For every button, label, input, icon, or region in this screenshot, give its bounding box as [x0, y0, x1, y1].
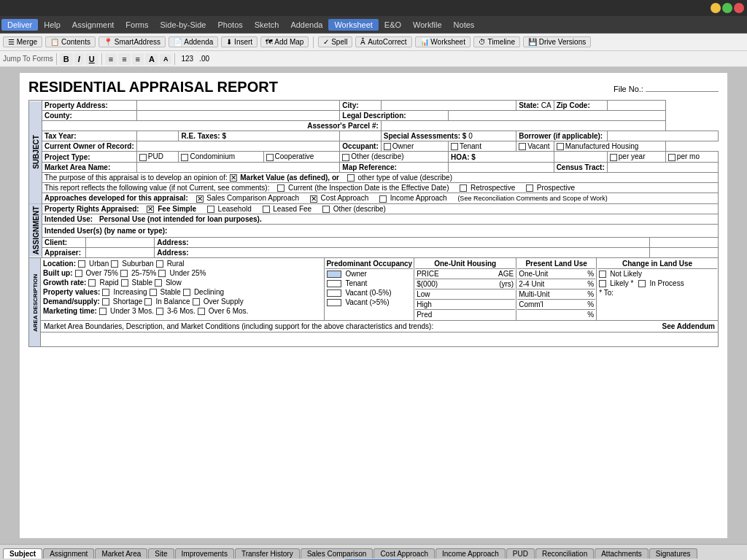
not-likely-cb[interactable]: Not Likely [597, 269, 717, 279]
in-balance-cb[interactable] [144, 298, 152, 306]
m3-6-cb[interactable] [156, 308, 163, 315]
income-cb[interactable] [379, 195, 387, 203]
two-four-row[interactable]: 2-4 Unit % [517, 279, 595, 289]
city-input[interactable] [381, 101, 516, 111]
slow-cb[interactable] [155, 279, 162, 287]
rural-cb[interactable] [156, 260, 163, 268]
menu-eo[interactable]: E&O [379, 19, 407, 31]
assessor-input[interactable] [381, 121, 665, 131]
worksheet-btn[interactable]: 📊 Worksheet [415, 36, 471, 47]
under3-cb[interactable] [99, 308, 107, 315]
tab-assignment[interactable]: Assignment [43, 548, 94, 559]
occupant-owner-cb[interactable]: Owner [381, 141, 448, 152]
fmt-italic[interactable]: I [74, 53, 84, 65]
leasehold-cb[interactable] [207, 206, 214, 213]
map-ref-input[interactable] [448, 162, 554, 172]
occupant-mfg-cb[interactable]: Manufactured Housing [554, 141, 665, 152]
coop-cb[interactable]: Cooperative [263, 152, 340, 162]
add-map-btn[interactable]: 🗺 Add Map [260, 36, 309, 47]
fmt-align-center[interactable]: ≡ [118, 53, 130, 65]
menu-forms[interactable]: Forms [120, 19, 154, 31]
increasing-cb[interactable] [102, 289, 109, 296]
high-row[interactable]: High [415, 300, 515, 310]
multi-unit-row[interactable]: Multi-Unit % [517, 289, 595, 300]
appraiser-input[interactable] [86, 248, 155, 258]
contents-btn[interactable]: 📋 Contents [45, 36, 96, 47]
other-describe-cb[interactable]: Other (describe) [340, 152, 449, 162]
tab-cost-approach[interactable]: Cost Approach [374, 548, 435, 559]
tab-transfer-history[interactable]: Transfer History [235, 548, 300, 559]
over-supply-cb[interactable] [193, 298, 200, 306]
fmt-align-left[interactable]: ≡ [105, 53, 117, 65]
address-input2[interactable] [649, 248, 718, 258]
fmt-align-right[interactable]: ≡ [132, 53, 144, 65]
comm-row[interactable]: Comm'l % [517, 300, 595, 310]
current-cb[interactable] [277, 184, 285, 192]
tab-improvements[interactable]: Improvements [175, 548, 234, 559]
file-no-input[interactable] [646, 83, 719, 92]
other-value-cb[interactable] [347, 174, 355, 182]
menu-workfile[interactable]: Workfile [407, 19, 448, 31]
merge-btn[interactable]: ☰ Merge [3, 36, 42, 47]
per-year-cb[interactable]: per year [607, 152, 665, 162]
menu-help[interactable]: Help [38, 19, 66, 31]
prosp-cb[interactable] [526, 184, 533, 192]
per-month-cb[interactable]: per mo [665, 152, 718, 162]
tax-year-input[interactable] [136, 131, 179, 141]
re-taxes-input[interactable] [340, 131, 381, 141]
decimal-btn[interactable]: .00 [198, 55, 211, 63]
client-input[interactable] [86, 238, 155, 248]
stable1-cb[interactable] [121, 279, 128, 287]
fee-simple-cb[interactable] [147, 206, 154, 213]
leased-fee-cb[interactable] [263, 206, 270, 213]
occ-vacant1[interactable]: Vacant (0-5%) [325, 288, 413, 298]
menu-deliver[interactable]: Deliver [1, 19, 38, 31]
address-input1[interactable] [649, 238, 718, 248]
occupant-tenant-cb[interactable]: Tenant [448, 141, 516, 152]
census-input[interactable] [607, 162, 718, 172]
urban-cb[interactable] [78, 260, 85, 268]
fmt-font-size-a[interactable]: A [145, 53, 158, 65]
tab-market-area[interactable]: Market Area [95, 548, 147, 559]
menu-worksheet[interactable]: Worksheet [328, 19, 378, 31]
maximize-btn[interactable] [722, 3, 732, 13]
close-btn[interactable] [734, 3, 744, 13]
menu-assignment[interactable]: Assignment [66, 19, 120, 31]
tab-site[interactable]: Site [148, 548, 174, 559]
pred-row[interactable]: Pred [415, 310, 515, 319]
retro-cb[interactable] [460, 184, 467, 192]
market-value-cb[interactable] [230, 174, 237, 182]
autocorrect-btn[interactable]: Ᾱ AutoCorrect [355, 36, 411, 47]
timeline-btn[interactable]: ⏱ Timeline [473, 36, 520, 47]
market-area-input[interactable] [136, 162, 340, 172]
pud-cb[interactable]: PUD [136, 152, 179, 162]
smart-address-btn[interactable]: 📍 SmartAddress [98, 36, 166, 47]
menu-addenda[interactable]: Addenda [285, 19, 328, 31]
other-desc2-cb[interactable] [322, 206, 330, 213]
prop-addr-input[interactable] [136, 101, 340, 111]
tab-reconciliation[interactable]: Reconciliation [535, 548, 594, 559]
over75-cb[interactable] [75, 270, 82, 277]
tab-income-approach[interactable]: Income Approach [436, 548, 506, 559]
one-unit-row[interactable]: One-Unit % [517, 269, 595, 279]
menu-sketch[interactable]: Sketch [249, 19, 285, 31]
jump-to-forms[interactable]: Jump To Forms [3, 55, 53, 63]
occ-owner[interactable]: Owner [325, 269, 413, 279]
low-row[interactable]: Low [415, 289, 515, 300]
pct-row[interactable]: % [517, 310, 595, 319]
tab-pud[interactable]: PUD [506, 548, 535, 559]
zip-input[interactable] [607, 101, 665, 111]
over6-cb[interactable] [198, 308, 205, 315]
menu-notes[interactable]: Notes [448, 19, 481, 31]
insert-btn[interactable]: ⬇ Insert [221, 36, 258, 47]
fmt-underline[interactable]: U [85, 53, 98, 65]
cost-cb[interactable] [310, 195, 317, 203]
legal-desc-input[interactable] [448, 111, 665, 121]
sales-comp-cb[interactable] [196, 195, 204, 203]
under25-cb[interactable] [158, 270, 166, 277]
rapid-cb[interactable] [88, 279, 96, 287]
menu-photos[interactable]: Photos [212, 19, 249, 31]
shortage-cb[interactable] [102, 298, 109, 306]
borrower-input[interactable] [607, 131, 718, 141]
drive-versions-btn[interactable]: 💾 Drive Versions [523, 36, 591, 47]
